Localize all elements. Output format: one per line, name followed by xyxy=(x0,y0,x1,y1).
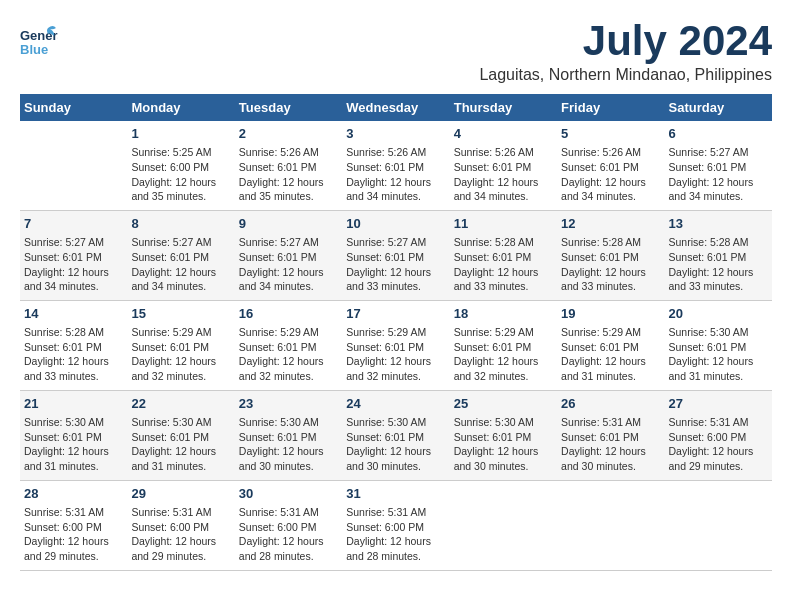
day-number: 22 xyxy=(131,395,230,413)
title-block: July 2024 Laguitas, Northern Mindanao, P… xyxy=(479,20,772,84)
calendar-day-cell xyxy=(557,480,664,570)
calendar-day-cell: 11Sunrise: 5:28 AMSunset: 6:01 PMDayligh… xyxy=(450,210,557,300)
day-number: 4 xyxy=(454,125,553,143)
calendar-day-cell: 27Sunrise: 5:31 AMSunset: 6:00 PMDayligh… xyxy=(665,390,772,480)
calendar-day-cell: 4Sunrise: 5:26 AMSunset: 6:01 PMDaylight… xyxy=(450,121,557,210)
day-number: 14 xyxy=(24,305,123,323)
calendar-table: Sunday Monday Tuesday Wednesday Thursday… xyxy=(20,94,772,571)
day-number: 19 xyxy=(561,305,660,323)
day-number: 10 xyxy=(346,215,445,233)
logo-icon: General Blue xyxy=(20,20,58,58)
calendar-day-cell: 26Sunrise: 5:31 AMSunset: 6:01 PMDayligh… xyxy=(557,390,664,480)
calendar-day-cell xyxy=(665,480,772,570)
day-info: Sunrise: 5:28 AMSunset: 6:01 PMDaylight:… xyxy=(669,235,768,294)
day-number: 11 xyxy=(454,215,553,233)
calendar-day-cell: 19Sunrise: 5:29 AMSunset: 6:01 PMDayligh… xyxy=(557,300,664,390)
header-row: Sunday Monday Tuesday Wednesday Thursday… xyxy=(20,94,772,121)
day-number: 17 xyxy=(346,305,445,323)
day-info: Sunrise: 5:31 AMSunset: 6:01 PMDaylight:… xyxy=(561,415,660,474)
calendar-day-cell: 31Sunrise: 5:31 AMSunset: 6:00 PMDayligh… xyxy=(342,480,449,570)
day-info: Sunrise: 5:30 AMSunset: 6:01 PMDaylight:… xyxy=(24,415,123,474)
calendar-header: Sunday Monday Tuesday Wednesday Thursday… xyxy=(20,94,772,121)
day-number: 5 xyxy=(561,125,660,143)
calendar-body: 1Sunrise: 5:25 AMSunset: 6:00 PMDaylight… xyxy=(20,121,772,570)
col-sunday: Sunday xyxy=(20,94,127,121)
day-info: Sunrise: 5:31 AMSunset: 6:00 PMDaylight:… xyxy=(239,505,338,564)
calendar-day-cell: 13Sunrise: 5:28 AMSunset: 6:01 PMDayligh… xyxy=(665,210,772,300)
day-info: Sunrise: 5:27 AMSunset: 6:01 PMDaylight:… xyxy=(24,235,123,294)
calendar-day-cell: 2Sunrise: 5:26 AMSunset: 6:01 PMDaylight… xyxy=(235,121,342,210)
calendar-day-cell: 10Sunrise: 5:27 AMSunset: 6:01 PMDayligh… xyxy=(342,210,449,300)
calendar-day-cell: 6Sunrise: 5:27 AMSunset: 6:01 PMDaylight… xyxy=(665,121,772,210)
day-number: 12 xyxy=(561,215,660,233)
month-year-title: July 2024 xyxy=(479,20,772,62)
calendar-day-cell: 21Sunrise: 5:30 AMSunset: 6:01 PMDayligh… xyxy=(20,390,127,480)
col-tuesday: Tuesday xyxy=(235,94,342,121)
day-number: 8 xyxy=(131,215,230,233)
day-number: 3 xyxy=(346,125,445,143)
day-info: Sunrise: 5:29 AMSunset: 6:01 PMDaylight:… xyxy=(561,325,660,384)
page-header: General Blue July 2024 Laguitas, Norther… xyxy=(20,20,772,84)
day-number: 16 xyxy=(239,305,338,323)
day-number: 23 xyxy=(239,395,338,413)
calendar-week-row: 28Sunrise: 5:31 AMSunset: 6:00 PMDayligh… xyxy=(20,480,772,570)
calendar-day-cell: 29Sunrise: 5:31 AMSunset: 6:00 PMDayligh… xyxy=(127,480,234,570)
day-number: 1 xyxy=(131,125,230,143)
day-info: Sunrise: 5:27 AMSunset: 6:01 PMDaylight:… xyxy=(669,145,768,204)
calendar-week-row: 14Sunrise: 5:28 AMSunset: 6:01 PMDayligh… xyxy=(20,300,772,390)
day-number: 25 xyxy=(454,395,553,413)
day-info: Sunrise: 5:30 AMSunset: 6:01 PMDaylight:… xyxy=(131,415,230,474)
day-info: Sunrise: 5:31 AMSunset: 6:00 PMDaylight:… xyxy=(131,505,230,564)
day-number: 15 xyxy=(131,305,230,323)
day-number: 28 xyxy=(24,485,123,503)
day-info: Sunrise: 5:29 AMSunset: 6:01 PMDaylight:… xyxy=(454,325,553,384)
calendar-day-cell: 7Sunrise: 5:27 AMSunset: 6:01 PMDaylight… xyxy=(20,210,127,300)
day-info: Sunrise: 5:31 AMSunset: 6:00 PMDaylight:… xyxy=(669,415,768,474)
day-info: Sunrise: 5:26 AMSunset: 6:01 PMDaylight:… xyxy=(454,145,553,204)
calendar-day-cell: 20Sunrise: 5:30 AMSunset: 6:01 PMDayligh… xyxy=(665,300,772,390)
day-info: Sunrise: 5:27 AMSunset: 6:01 PMDaylight:… xyxy=(239,235,338,294)
calendar-day-cell: 25Sunrise: 5:30 AMSunset: 6:01 PMDayligh… xyxy=(450,390,557,480)
calendar-day-cell: 9Sunrise: 5:27 AMSunset: 6:01 PMDaylight… xyxy=(235,210,342,300)
calendar-day-cell: 12Sunrise: 5:28 AMSunset: 6:01 PMDayligh… xyxy=(557,210,664,300)
day-number: 2 xyxy=(239,125,338,143)
calendar-day-cell: 24Sunrise: 5:30 AMSunset: 6:01 PMDayligh… xyxy=(342,390,449,480)
calendar-week-row: 1Sunrise: 5:25 AMSunset: 6:00 PMDaylight… xyxy=(20,121,772,210)
day-info: Sunrise: 5:28 AMSunset: 6:01 PMDaylight:… xyxy=(561,235,660,294)
col-wednesday: Wednesday xyxy=(342,94,449,121)
svg-text:General: General xyxy=(20,28,58,43)
day-info: Sunrise: 5:26 AMSunset: 6:01 PMDaylight:… xyxy=(346,145,445,204)
day-number: 27 xyxy=(669,395,768,413)
col-thursday: Thursday xyxy=(450,94,557,121)
day-number: 7 xyxy=(24,215,123,233)
day-info: Sunrise: 5:28 AMSunset: 6:01 PMDaylight:… xyxy=(24,325,123,384)
day-info: Sunrise: 5:30 AMSunset: 6:01 PMDaylight:… xyxy=(454,415,553,474)
day-number: 24 xyxy=(346,395,445,413)
day-info: Sunrise: 5:30 AMSunset: 6:01 PMDaylight:… xyxy=(346,415,445,474)
day-info: Sunrise: 5:30 AMSunset: 6:01 PMDaylight:… xyxy=(239,415,338,474)
day-number: 31 xyxy=(346,485,445,503)
calendar-week-row: 7Sunrise: 5:27 AMSunset: 6:01 PMDaylight… xyxy=(20,210,772,300)
calendar-day-cell xyxy=(450,480,557,570)
day-info: Sunrise: 5:29 AMSunset: 6:01 PMDaylight:… xyxy=(239,325,338,384)
calendar-day-cell: 15Sunrise: 5:29 AMSunset: 6:01 PMDayligh… xyxy=(127,300,234,390)
day-number: 18 xyxy=(454,305,553,323)
day-info: Sunrise: 5:26 AMSunset: 6:01 PMDaylight:… xyxy=(239,145,338,204)
day-number: 20 xyxy=(669,305,768,323)
calendar-day-cell: 14Sunrise: 5:28 AMSunset: 6:01 PMDayligh… xyxy=(20,300,127,390)
day-info: Sunrise: 5:27 AMSunset: 6:01 PMDaylight:… xyxy=(131,235,230,294)
day-number: 29 xyxy=(131,485,230,503)
day-info: Sunrise: 5:29 AMSunset: 6:01 PMDaylight:… xyxy=(131,325,230,384)
calendar-day-cell: 5Sunrise: 5:26 AMSunset: 6:01 PMDaylight… xyxy=(557,121,664,210)
day-info: Sunrise: 5:26 AMSunset: 6:01 PMDaylight:… xyxy=(561,145,660,204)
day-info: Sunrise: 5:31 AMSunset: 6:00 PMDaylight:… xyxy=(24,505,123,564)
svg-text:Blue: Blue xyxy=(20,42,48,57)
day-number: 6 xyxy=(669,125,768,143)
calendar-day-cell: 18Sunrise: 5:29 AMSunset: 6:01 PMDayligh… xyxy=(450,300,557,390)
calendar-day-cell: 30Sunrise: 5:31 AMSunset: 6:00 PMDayligh… xyxy=(235,480,342,570)
day-info: Sunrise: 5:25 AMSunset: 6:00 PMDaylight:… xyxy=(131,145,230,204)
day-info: Sunrise: 5:31 AMSunset: 6:00 PMDaylight:… xyxy=(346,505,445,564)
calendar-week-row: 21Sunrise: 5:30 AMSunset: 6:01 PMDayligh… xyxy=(20,390,772,480)
day-number: 26 xyxy=(561,395,660,413)
calendar-day-cell: 8Sunrise: 5:27 AMSunset: 6:01 PMDaylight… xyxy=(127,210,234,300)
